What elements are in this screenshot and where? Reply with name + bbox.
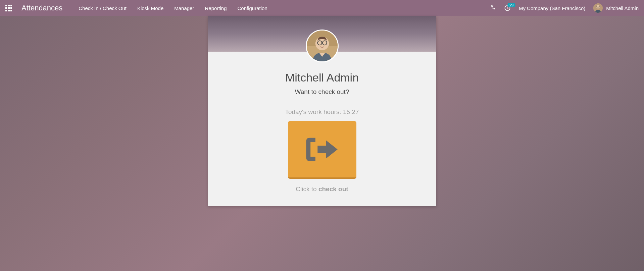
employee-name: Mitchell Admin: [221, 71, 423, 84]
company-selector[interactable]: My Company (San Francisco): [519, 5, 585, 11]
click-hint-prefix: Click to: [296, 185, 318, 193]
nav-right: 29 My Company (San Francisco) Mitchell A…: [491, 3, 639, 13]
user-menu[interactable]: Mitchell Admin: [593, 3, 639, 13]
nav-reporting[interactable]: Reporting: [205, 5, 227, 11]
work-hours-value: 15:27: [343, 108, 359, 115]
activity-badge: 29: [507, 3, 515, 7]
work-hours: Today's work hours: 15:27: [221, 108, 423, 116]
nav-kiosk-mode[interactable]: Kiosk Mode: [137, 5, 163, 11]
sign-out-icon: [304, 133, 341, 165]
work-hours-label: Today's work hours:: [285, 108, 343, 115]
activity-icon[interactable]: 29: [504, 5, 511, 11]
attendance-card: Mitchell Admin Want to check out? Today'…: [208, 16, 436, 206]
app-brand[interactable]: Attendances: [21, 4, 62, 12]
card-body: Mitchell Admin Want to check out? Today'…: [208, 52, 436, 206]
user-avatar-small: [593, 3, 603, 13]
apps-icon[interactable]: [5, 5, 12, 11]
click-hint: Click to check out: [221, 185, 423, 193]
click-hint-bold: check out: [318, 185, 348, 193]
main-content: Mitchell Admin Want to check out? Today'…: [0, 16, 644, 206]
nav-checkin-checkout[interactable]: Check In / Check Out: [79, 5, 127, 11]
checkout-prompt: Want to check out?: [221, 88, 423, 96]
checkout-button[interactable]: [288, 121, 356, 179]
user-name-label: Mitchell Admin: [606, 5, 639, 11]
phone-icon[interactable]: [491, 5, 496, 11]
employee-avatar: [306, 30, 339, 62]
navbar: Attendances Check In / Check Out Kiosk M…: [0, 0, 644, 16]
nav-manager[interactable]: Manager: [174, 5, 194, 11]
nav-configuration[interactable]: Configuration: [238, 5, 267, 11]
card-header: [208, 16, 436, 52]
nav-links: Check In / Check Out Kiosk Mode Manager …: [79, 5, 267, 11]
